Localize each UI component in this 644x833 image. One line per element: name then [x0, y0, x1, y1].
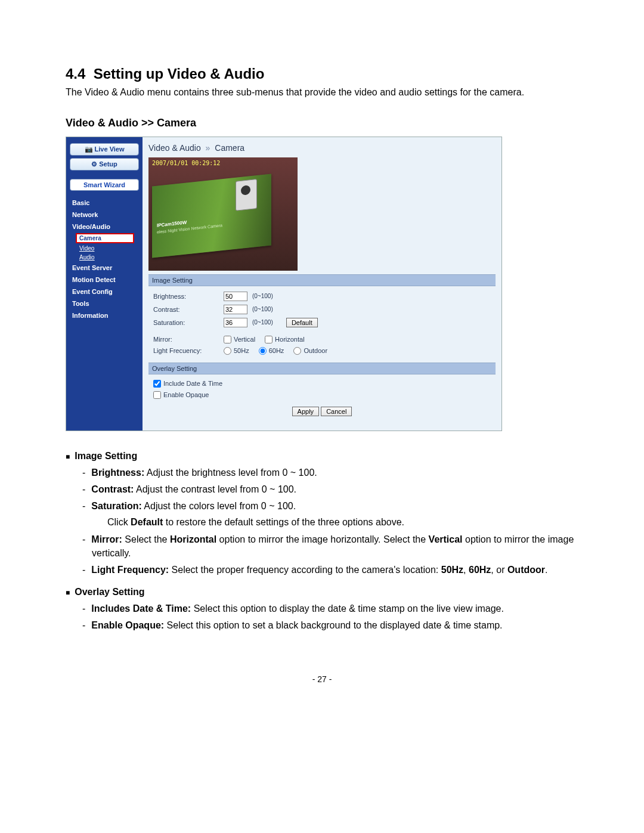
- mirror-vertical-label: Vertical: [234, 336, 255, 343]
- camera-preview: 2007/01/01 00:29:12 IPCam1500W eless Nig…: [148, 157, 298, 271]
- page-number: - 27 -: [66, 674, 578, 684]
- light-60hz-label: 60Hz: [269, 347, 284, 354]
- include-datetime-option[interactable]: Include Date & Time: [153, 380, 222, 388]
- desc-saturation-t: Adjust the colors level from 0 ~ 100.: [142, 501, 296, 511]
- saturation-input[interactable]: [224, 318, 247, 327]
- light-60hz-radio[interactable]: [259, 347, 267, 355]
- desc-image-setting-head: Image Setting Brightness: Adjust the bri…: [76, 449, 578, 577]
- apply-button[interactable]: Apply: [292, 407, 320, 416]
- desc-inc-b: Includes Date & Time:: [91, 603, 191, 614]
- sidebar-item-information[interactable]: Information: [69, 309, 140, 321]
- enable-opaque-option[interactable]: Enable Opaque: [153, 391, 209, 399]
- section-title: 4.4 Setting up Video & Audio: [66, 66, 578, 82]
- overlay-setting-panel: Include Date & Time Enable Opaque Apply …: [148, 374, 496, 423]
- content-area: Video & Audio » Camera 2007/01/01 00:29:…: [143, 137, 501, 431]
- light-frequency-label: Light Frecuency:: [153, 347, 219, 354]
- sidebar-sub-audio[interactable]: Audio: [69, 253, 140, 262]
- desc-mirror-b: Mirror:: [91, 534, 122, 544]
- desc-brightness-t: Adjust the brightness level from 0 ~ 100…: [144, 467, 317, 478]
- brightness-input[interactable]: [224, 292, 247, 301]
- cancel-button[interactable]: Cancel: [321, 407, 352, 416]
- desc-brightness-b: Brightness:: [91, 467, 144, 478]
- breadcrumb-a: Video & Audio: [148, 143, 201, 153]
- sidebar-sub-video[interactable]: Video: [69, 244, 140, 253]
- section-title-text: Setting up Video & Audio: [94, 66, 265, 82]
- live-view-button[interactable]: 📷 Live View: [70, 143, 139, 156]
- sidebar-item-event-server[interactable]: Event Server: [69, 262, 140, 274]
- desc-inc-t: Select this option to display the date &…: [191, 603, 504, 614]
- camera-icon: [236, 179, 257, 211]
- desc-image-setting-head-text: Image Setting: [75, 451, 137, 461]
- desc-opq-b: Enable Opaque:: [91, 620, 164, 630]
- light-50hz-radio[interactable]: [224, 347, 231, 355]
- smart-wizard-button[interactable]: Smart Wizard: [70, 179, 139, 191]
- contrast-label: Contrast:: [153, 306, 219, 313]
- light-outdoor-option[interactable]: Outdoor: [293, 347, 327, 355]
- desc-contrast: Contrast: Adjust the contrast level from…: [92, 482, 578, 496]
- desc-contrast-b: Contrast:: [91, 484, 134, 494]
- preview-timestamp: 2007/01/01 00:29:12: [152, 160, 220, 166]
- default-button[interactable]: Default: [286, 318, 318, 327]
- mirror-horizontal-checkbox[interactable]: [265, 336, 273, 343]
- sidebar-item-event-config[interactable]: Event Config: [69, 286, 140, 298]
- sidebar-item-basic[interactable]: Basic: [69, 197, 140, 209]
- desc-mirror-vb: Vertical: [429, 534, 463, 544]
- desc-light-50b: 50Hz: [441, 565, 463, 575]
- desc-overlay-setting-head-text: Overlay Setting: [75, 587, 144, 597]
- mirror-vertical-option[interactable]: Vertical: [224, 336, 255, 343]
- desc-include-dt: Includes Date & Time: Select this option…: [92, 602, 578, 615]
- desc-mirror-t1: Select the: [122, 534, 170, 544]
- contrast-hint: (0~100): [252, 306, 273, 312]
- light-60hz-option[interactable]: 60Hz: [259, 347, 284, 355]
- desc-light-60b: 60Hz: [469, 565, 491, 575]
- enable-opaque-checkbox[interactable]: [153, 391, 161, 399]
- desc-light-t1: Select the proper frequency according to…: [169, 565, 441, 575]
- light-50hz-option[interactable]: 50Hz: [224, 347, 249, 355]
- desc-light: Light Frequency: Select the proper frequ…: [92, 563, 578, 577]
- desc-enable-opaque: Enable Opaque: Select this option to set…: [92, 618, 578, 632]
- desc-overlay-setting-head: Overlay Setting Includes Date & Time: Se…: [76, 585, 578, 633]
- enable-opaque-label: Enable Opaque: [163, 391, 209, 398]
- desc-default-line: Click Default to restore the default set…: [107, 515, 578, 529]
- overlay-setting-header: Overlay Setting: [148, 363, 496, 374]
- contrast-input[interactable]: [224, 305, 247, 314]
- desc-light-ob: Outdoor: [507, 565, 545, 575]
- mirror-label: Mirror:: [153, 336, 219, 343]
- live-view-label: Live View: [95, 145, 125, 153]
- sidebar-sub-camera[interactable]: Camera: [76, 233, 134, 243]
- setup-button[interactable]: ⚙ Setup: [70, 158, 139, 171]
- saturation-hint: (0~100): [252, 319, 273, 326]
- mirror-horizontal-label: Horizontal: [275, 336, 305, 343]
- sidebar-item-network[interactable]: Network: [69, 209, 140, 221]
- brightness-label: Brightness:: [153, 293, 219, 300]
- description: Image Setting Brightness: Adjust the bri…: [66, 449, 578, 633]
- desc-mirror: Mirror: Select the Horizontal option to …: [92, 532, 578, 560]
- subsection-title: Video & Audio >> Camera: [66, 117, 578, 129]
- saturation-label: Saturation:: [153, 319, 219, 326]
- desc-saturation: Saturation: Adjust the colors level from…: [92, 499, 578, 529]
- desc-light-c2: , or: [491, 565, 507, 575]
- desc-light-b: Light Frequency:: [91, 565, 169, 575]
- desc-saturation-b: Saturation:: [91, 501, 141, 511]
- breadcrumb: Video & Audio » Camera: [148, 142, 496, 157]
- sidebar-item-tools[interactable]: Tools: [69, 298, 140, 309]
- sidebar-item-motion-detect[interactable]: Motion Detect: [69, 274, 140, 286]
- app-window: 📷 Live View ⚙ Setup Smart Wizard Basic N…: [66, 137, 502, 431]
- brightness-hint: (0~100): [252, 293, 273, 299]
- desc-mirror-hb: Horizontal: [170, 534, 216, 544]
- mirror-vertical-checkbox[interactable]: [224, 336, 231, 343]
- desc-default-b: Default: [131, 517, 163, 527]
- mirror-horizontal-option[interactable]: Horizontal: [265, 336, 305, 343]
- desc-light-c1: ,: [463, 565, 469, 575]
- desc-default-pre: Click: [107, 517, 131, 527]
- sidebar-item-video-audio[interactable]: Video/Audio: [69, 221, 140, 233]
- preview-product-box: IPCam1500W eless Night Vision Network Ca…: [152, 174, 271, 258]
- desc-light-dot: .: [545, 565, 547, 575]
- breadcrumb-b: Camera: [215, 143, 244, 153]
- section-intro: The Video & Audio menu contains three su…: [66, 86, 578, 99]
- sidebar: 📷 Live View ⚙ Setup Smart Wizard Basic N…: [66, 137, 143, 431]
- image-setting-panel: Brightness: (0~100) Contrast: (0~100) Sa…: [148, 286, 496, 363]
- desc-mirror-t2: option to mirror the image horizontally.…: [216, 534, 428, 544]
- include-datetime-checkbox[interactable]: [153, 380, 161, 388]
- light-outdoor-radio[interactable]: [293, 347, 301, 355]
